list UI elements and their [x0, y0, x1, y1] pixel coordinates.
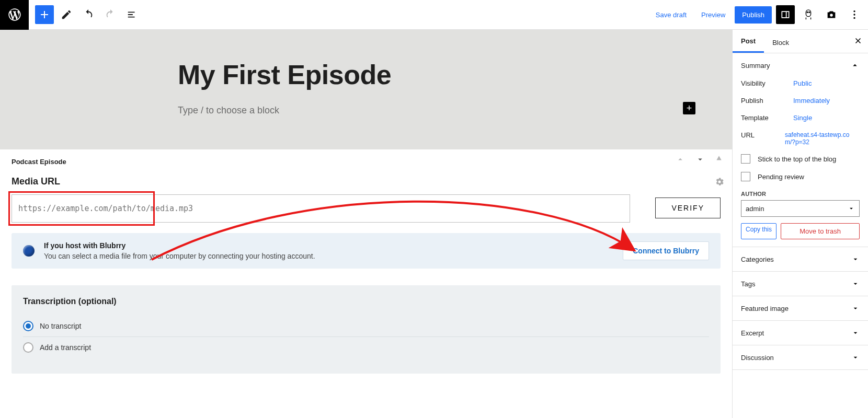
redo-icon: [101, 5, 120, 24]
chevron-down-icon: [851, 329, 860, 337]
verify-button[interactable]: VERIFY: [655, 198, 721, 218]
url-label: URL: [741, 131, 785, 146]
settings-sidebar: Post Block Summary VisibilityPublic Publ…: [732, 30, 868, 418]
copy-button[interactable]: Copy this: [741, 223, 776, 239]
save-draft-button[interactable]: Save draft: [650, 7, 692, 23]
trash-button[interactable]: Move to trash: [781, 223, 860, 239]
categories-section[interactable]: Categories: [733, 247, 868, 272]
chevron-down-icon: [851, 280, 860, 288]
blubrry-banner: If you host with Blubrry You can select …: [12, 233, 721, 269]
settings-panel-toggle[interactable]: [776, 5, 795, 24]
url-value[interactable]: safeheat.s4-tastewp.com/?p=32: [785, 131, 860, 146]
svg-point-2: [853, 14, 855, 15]
title-area: My First Episode Type / to choose a bloc…: [0, 30, 732, 149]
radio-icon: [23, 321, 33, 331]
svg-point-0: [830, 14, 833, 17]
close-icon[interactable]: [853, 36, 863, 47]
connect-blubrry-button[interactable]: Connect to Blubrry: [623, 241, 709, 260]
pending-checkbox[interactable]: Pending review: [741, 172, 860, 181]
add-block-inline-button[interactable]: +: [683, 102, 695, 114]
chevron-up-icon[interactable]: [676, 155, 685, 166]
author-select[interactable]: admin: [741, 200, 860, 217]
publish-value[interactable]: Immediately: [793, 97, 830, 104]
chevron-down-icon: [848, 205, 855, 212]
blubrry-sub: You can select a media file from your co…: [44, 252, 613, 260]
checkbox-icon: [741, 172, 750, 181]
jetpack-icon[interactable]: [799, 5, 818, 24]
summary-toggle[interactable]: Summary: [741, 61, 860, 70]
transcription-panel: Transcription (optional) No transcript A…: [12, 285, 721, 374]
wordpress-logo[interactable]: [0, 0, 29, 30]
summary-section: Summary VisibilityPublic PublishImmediat…: [733, 53, 868, 247]
transcription-heading: Transcription (optional): [23, 297, 709, 306]
podcast-panel-heading: Podcast Episode: [12, 158, 721, 166]
checkbox-icon: [741, 154, 750, 164]
svg-point-1: [853, 10, 855, 12]
radio-no-transcript[interactable]: No transcript: [23, 316, 709, 337]
svg-point-3: [853, 17, 855, 19]
preview-button[interactable]: Preview: [696, 7, 730, 23]
author-label: AUTHOR: [741, 191, 860, 197]
tab-block[interactable]: Block: [764, 32, 797, 53]
more-icon[interactable]: [845, 5, 864, 24]
chevron-down-icon[interactable]: [695, 155, 705, 166]
radio-icon: [23, 342, 33, 353]
template-label: Template: [741, 114, 793, 122]
camera-icon[interactable]: [822, 5, 841, 24]
panel-nav: [676, 155, 723, 166]
publish-button[interactable]: Publish: [735, 6, 772, 24]
media-url-input[interactable]: [12, 194, 630, 223]
details-icon[interactable]: [123, 5, 142, 24]
media-url-label: Media URL: [12, 176, 721, 187]
publish-label: Publish: [741, 97, 793, 104]
radio-add-transcript[interactable]: Add a transcript: [23, 337, 709, 358]
chevron-up-icon: [850, 61, 860, 70]
blubrry-icon: [23, 245, 35, 257]
visibility-value[interactable]: Public: [793, 79, 812, 87]
discussion-section[interactable]: Discussion: [733, 345, 868, 370]
top-toolbar: Save draft Preview Publish: [0, 0, 868, 30]
visibility-label: Visibility: [741, 79, 793, 87]
tags-section[interactable]: Tags: [733, 272, 868, 296]
block-placeholder[interactable]: Type / to choose a block: [178, 105, 279, 116]
add-block-button[interactable]: [35, 5, 54, 24]
gear-icon[interactable]: [714, 177, 725, 189]
chevron-down-icon: [851, 353, 860, 362]
chevron-down-icon: [851, 304, 860, 312]
featured-image-section[interactable]: Featured image: [733, 296, 868, 321]
collapse-icon[interactable]: [715, 155, 723, 166]
post-title[interactable]: My First Episode: [178, 59, 554, 90]
stick-checkbox[interactable]: Stick to the top of the blog: [741, 154, 860, 164]
edit-icon[interactable]: [57, 5, 76, 24]
excerpt-section[interactable]: Excerpt: [733, 321, 868, 345]
chevron-down-icon: [851, 255, 860, 263]
blubrry-heading: If you host with Blubrry: [44, 241, 613, 250]
editor-canvas: My First Episode Type / to choose a bloc…: [0, 30, 732, 418]
undo-icon[interactable]: [79, 5, 98, 24]
template-value[interactable]: Single: [793, 114, 812, 122]
tab-post[interactable]: Post: [733, 31, 764, 53]
